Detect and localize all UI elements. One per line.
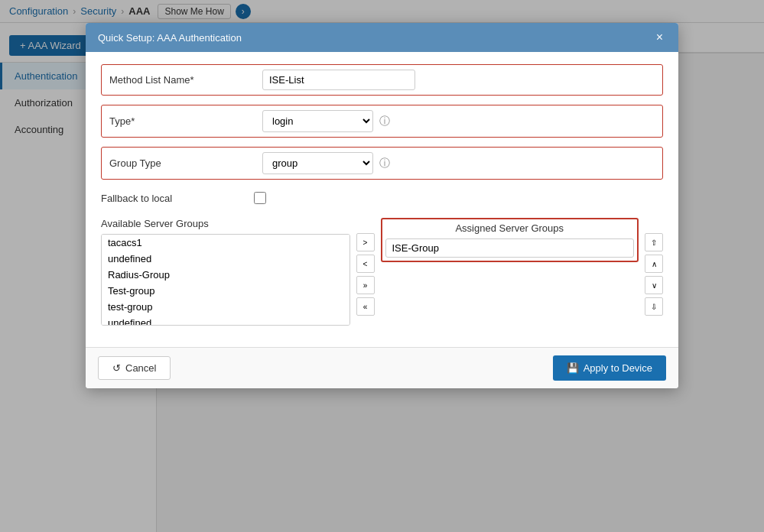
apply-label: Apply to Device [584,362,652,374]
fallback-row: Fallback to local [101,189,663,207]
apply-to-device-button[interactable]: 💾 Apply to Device [553,355,666,381]
fallback-label: Fallback to local [101,193,254,204]
move-up-button[interactable]: ∧ [645,255,663,273]
modal-close-button[interactable]: × [653,31,666,44]
list-item[interactable]: Radius-Group [102,267,349,283]
group-type-info-icon[interactable]: ⓘ [379,157,390,170]
move-all-left-button[interactable]: « [356,297,375,316]
cancel-label: Cancel [125,362,156,374]
method-list-name-input[interactable] [262,70,415,90]
modal-footer: ↺ Cancel 💾 Apply to Device [86,347,678,388]
move-all-right-button[interactable]: » [356,276,375,294]
assigned-item[interactable]: ISE-Group [385,238,635,258]
list-item[interactable]: undefined [102,251,349,267]
type-info-icon[interactable]: ⓘ [379,115,390,128]
list-item[interactable]: undefined [102,315,349,326]
move-to-bottom-button[interactable]: ⇩ [645,297,663,316]
assigned-server-groups-label: Assigned Server Groups [385,222,635,234]
move-right-button[interactable]: > [356,233,375,251]
modal-dialog: Quick Setup: AAA Authentication × Method… [86,23,678,388]
assigned-server-groups-box: Assigned Server Groups ISE-Group [381,218,639,262]
modal-title: Quick Setup: AAA Authentication [98,32,242,44]
group-type-select[interactable]: group radius tacacs+ [262,152,373,174]
method-list-name-row: Method List Name* [101,64,663,96]
fallback-checkbox[interactable] [254,192,266,204]
cancel-button[interactable]: ↺ Cancel [98,356,171,380]
move-to-top-button[interactable]: ⇧ [645,233,663,251]
available-server-list: tacacs1 undefined Radius-Group Test-grou… [101,234,350,326]
type-select[interactable]: login enable ppp dot1x [262,110,373,132]
save-icon: 💾 [567,362,579,374]
available-server-groups-box: Available Server Groups tacacs1 undefine… [101,218,350,326]
modal-overlay: Quick Setup: AAA Authentication × Method… [0,0,764,532]
undo-icon: ↺ [112,362,121,374]
move-down-button[interactable]: ∨ [645,276,663,294]
list-item[interactable]: tacacs1 [102,235,349,251]
server-groups-container: Available Server Groups tacacs1 undefine… [101,218,663,326]
list-item[interactable]: Test-group [102,283,349,299]
type-label: Type* [109,115,262,127]
type-row: Type* login enable ppp dot1x ⓘ [101,105,663,138]
available-server-groups-label: Available Server Groups [101,218,350,229]
transfer-buttons: > < » « [356,218,375,316]
list-item[interactable]: test-group [102,299,349,315]
method-list-name-label: Method List Name* [109,74,262,86]
group-type-label: Group Type [109,157,262,169]
modal-header: Quick Setup: AAA Authentication × [86,23,678,52]
move-left-button[interactable]: < [356,255,375,273]
order-buttons: ⇧ ∧ ∨ ⇩ [645,218,663,316]
group-type-row: Group Type group radius tacacs+ ⓘ [101,147,663,180]
modal-body: Method List Name* Type* login enable ppp… [86,52,678,347]
